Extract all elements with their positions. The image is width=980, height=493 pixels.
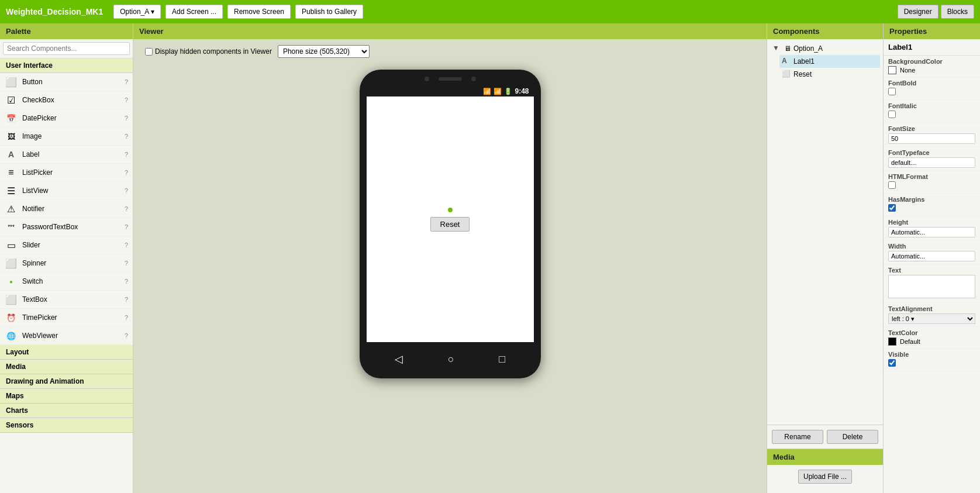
text-textarea[interactable]: [888, 275, 975, 298]
palette-item-textbox[interactable]: ⬜ TextBox ?: [0, 291, 133, 309]
components-header: Components: [767, 23, 883, 39]
phone-camera: [425, 77, 429, 81]
collapse-icon: ▼: [772, 44, 782, 53]
palette-item-button[interactable]: ⬜ Button ?: [0, 73, 133, 91]
slider-icon: ▭: [5, 239, 18, 251]
remove-screen-button[interactable]: Remove Screen: [227, 5, 291, 19]
bg-color-swatch: [888, 66, 896, 74]
text-color-swatch: [888, 337, 896, 346]
back-nav-icon[interactable]: ◁: [395, 353, 403, 366]
htmlformat-checkbox[interactable]: [888, 181, 896, 189]
phone-top-bar: [367, 77, 534, 81]
properties-header: Properties: [884, 23, 980, 39]
phone-status-bar: 📶 📶 🔋 9:48: [367, 86, 534, 96]
palette-item-datepicker[interactable]: 📅 DatePicker ?: [0, 109, 133, 127]
reset-button-on-screen[interactable]: Reset: [430, 217, 470, 232]
button-icon: ⬜: [5, 75, 18, 88]
prop-height: Height: [884, 216, 980, 240]
prop-visible: Visible: [884, 349, 980, 371]
phone-screen[interactable]: Reset: [367, 96, 534, 342]
palette-item-image[interactable]: 🖼 Image ?: [0, 127, 133, 146]
palette-item-label[interactable]: A Label ?: [0, 146, 133, 164]
screen-selector-button[interactable]: Option_A ▾: [113, 5, 161, 19]
palette-item-timepicker[interactable]: ⏰ TimePicker ?: [0, 309, 133, 327]
prop-width: Width: [884, 240, 980, 264]
phone-nav-bar: ◁ ○ □: [367, 347, 534, 371]
viewer-panel: Viewer Display hidden components in View…: [133, 23, 767, 493]
section-user-interface[interactable]: User Interface: [0, 58, 133, 73]
tree-item-label1[interactable]: A Label1: [779, 55, 880, 68]
viewer-main: 📶 📶 🔋 9:48 Reset ◁ ○ □: [133, 64, 767, 493]
delete-button[interactable]: Delete: [827, 430, 878, 444]
visible-checkbox[interactable]: [888, 359, 896, 367]
palette-item-listview[interactable]: ☰ ListView ?: [0, 182, 133, 200]
width-input[interactable]: [888, 251, 975, 261]
media-panel: Media Upload File ...: [767, 449, 883, 493]
timepicker-icon: ⏰: [5, 311, 18, 324]
hasmargins-checkbox[interactable]: [888, 204, 896, 212]
mode-buttons: Designer Blocks: [898, 5, 974, 19]
display-hidden-checkbox[interactable]: [145, 48, 153, 56]
signal-icon: 📶: [494, 88, 502, 95]
blocks-button[interactable]: Blocks: [941, 5, 974, 19]
prop-background-color: BackgroundColor None: [884, 56, 980, 77]
section-charts[interactable]: Charts: [0, 404, 133, 418]
topbar: Weighted_Decision_MK1 Option_A ▾ Add Scr…: [0, 0, 980, 23]
textalignment-select[interactable]: left : 0 ▾ center : 1 right : 2: [888, 313, 975, 324]
palette-item-webviewer[interactable]: 🌐 WebViewer ?: [0, 327, 133, 345]
prop-hasmargins: HasMargins: [884, 194, 980, 216]
viewer-header: Viewer: [133, 23, 767, 39]
section-maps[interactable]: Maps: [0, 389, 133, 404]
image-icon: 🖼: [5, 130, 18, 143]
fontsize-input[interactable]: [888, 133, 975, 144]
height-input[interactable]: [888, 227, 975, 237]
fontbold-checkbox[interactable]: [888, 88, 896, 95]
prop-fontitalic: FontItalic: [884, 100, 980, 123]
screen-icon: 🖥: [784, 44, 791, 53]
prop-textcolor: TextColor Default: [884, 327, 980, 349]
components-footer: Rename Delete: [767, 425, 883, 449]
palette-item-listpicker[interactable]: ≡ ListPicker ?: [0, 164, 133, 182]
listpicker-icon: ≡: [5, 166, 18, 179]
add-screen-button[interactable]: Add Screen ...: [165, 5, 223, 19]
upload-file-button[interactable]: Upload File ...: [798, 470, 852, 484]
display-hidden-label: Display hidden components in Viewer: [145, 47, 272, 56]
components-tree: ▼ 🖥 Option_A A Label1 ⬜ Reset: [767, 39, 883, 425]
palette-item-switch[interactable]: ● Switch ?: [0, 273, 133, 291]
palette-item-notifier[interactable]: ⚠ Notifier ?: [0, 200, 133, 218]
search-input[interactable]: [3, 42, 130, 55]
palette-item-passwordtextbox[interactable]: *** PasswordTextBox ?: [0, 218, 133, 236]
tree-item-option-a[interactable]: ▼ 🖥 Option_A: [770, 42, 880, 55]
prop-htmlformat: HTMLFormat: [884, 171, 980, 194]
home-nav-icon[interactable]: ○: [448, 353, 454, 366]
phone-size-select[interactable]: Phone size (505,320) Tablet size (1024,6…: [278, 45, 370, 58]
prop-fontbold: FontBold: [884, 77, 980, 100]
palette-content: User Interface ⬜ Button ? ☑ CheckBox ? 📅…: [0, 58, 133, 493]
fontitalic-checkbox[interactable]: [888, 111, 896, 118]
palette-item-checkbox[interactable]: ☑ CheckBox ?: [0, 91, 133, 109]
tree-item-reset[interactable]: ⬜ Reset: [779, 68, 880, 81]
palette-item-spinner[interactable]: ⬜ Spinner ?: [0, 254, 133, 273]
label-component-icon: A: [782, 57, 791, 66]
spinner-icon: ⬜: [5, 257, 18, 270]
app-title: Weighted_Decision_MK1: [6, 7, 103, 16]
phone-screen-inner: Reset: [367, 96, 534, 342]
section-sensors[interactable]: Sensors: [0, 418, 133, 433]
section-drawing-animation[interactable]: Drawing and Animation: [0, 374, 133, 389]
section-media[interactable]: Media: [0, 360, 133, 374]
battery-icon: 🔋: [504, 88, 512, 95]
label1-dot: [448, 208, 453, 212]
designer-button[interactable]: Designer: [898, 5, 938, 19]
palette-item-slider[interactable]: ▭ Slider ?: [0, 236, 133, 254]
rename-button[interactable]: Rename: [772, 430, 823, 444]
recents-nav-icon[interactable]: □: [499, 353, 505, 366]
publish-gallery-button[interactable]: Publish to Gallery: [295, 5, 363, 19]
palette-panel: Palette User Interface ⬜ Button ? ☑ Chec…: [0, 23, 133, 493]
section-layout[interactable]: Layout: [0, 345, 133, 360]
media-content: Upload File ...: [767, 465, 883, 488]
media-header: Media: [767, 449, 883, 465]
wifi-icon: 📶: [483, 88, 491, 95]
prop-text: Text: [884, 264, 980, 303]
prop-textalignment: TextAlignment left : 0 ▾ center : 1 righ…: [884, 303, 980, 327]
fonttypeface-input[interactable]: [888, 157, 975, 168]
